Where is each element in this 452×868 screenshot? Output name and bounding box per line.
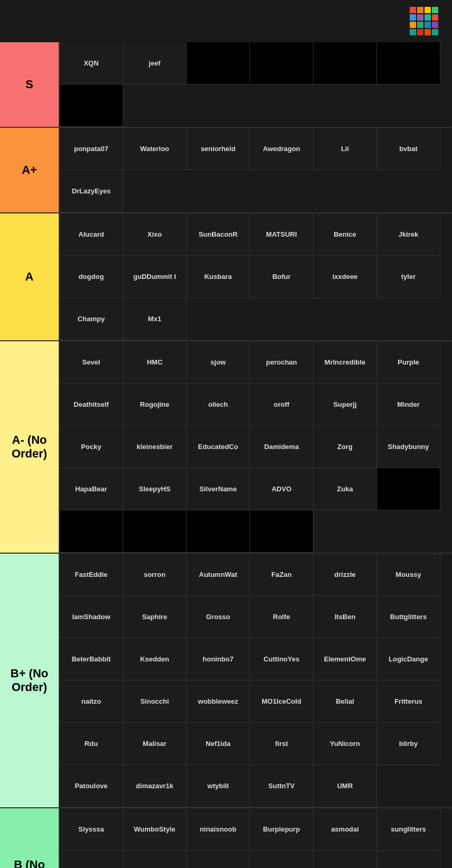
- tier-cell: EducatedCo: [187, 426, 250, 468]
- tier-cell: Minder: [377, 384, 440, 426]
- tier-content-B: SlysssaWumboStyleninaisnoobBurplepurpasm…: [60, 808, 452, 868]
- tier-cell: WumboStyle: [123, 808, 187, 851]
- tier-cell: oliech: [187, 384, 250, 426]
- tier-cell: UMR: [313, 765, 377, 807]
- tier-cell: Deathitself: [60, 384, 123, 426]
- tier-cell: bvbat: [377, 128, 440, 170]
- tier-content-A-: SevelHMCsjowperochanMrIncrediblePurpleDe…: [60, 341, 452, 553]
- tier-cell-empty: [313, 42, 377, 85]
- tier-cell: honinbo7: [187, 638, 250, 680]
- tier-cell: SilverName: [187, 468, 250, 510]
- tier-cell-empty: [60, 510, 123, 553]
- tier-content-B+: FastEddiesorronAutumnWatFaZandrizzleMous…: [60, 554, 452, 807]
- header: [0, 0, 452, 42]
- tier-cell: Grosso: [187, 596, 250, 638]
- tier-cell: Buttglitters: [377, 596, 440, 638]
- tier-cell: perochan: [250, 341, 313, 384]
- tier-cell: ninaisnoob: [187, 808, 250, 851]
- tier-cell: Moussy: [377, 554, 440, 596]
- tier-label-S: S: [0, 42, 60, 127]
- tier-label-A-: A- (No Order): [0, 341, 60, 553]
- tier-cell: sorron: [123, 554, 187, 596]
- tier-cell: LordOfBaro: [187, 851, 250, 868]
- tier-label-B: B (No Order): [0, 808, 60, 868]
- tier-cell: SuttnTV: [250, 765, 313, 807]
- tier-cell: drizzle: [313, 554, 377, 596]
- tier-cell: Bofur: [250, 256, 313, 298]
- tier-cell: Ksedden: [123, 638, 187, 680]
- tier-cell: Sinocchi: [123, 680, 187, 723]
- tier-cell: Champy: [60, 298, 123, 340]
- logo-area: [410, 7, 444, 35]
- tier-cell: Purple: [377, 341, 440, 384]
- tier-cell: guDDummit I: [123, 256, 187, 298]
- tier-cell: Fritterus: [377, 680, 440, 723]
- tier-cell: FastEddie: [60, 554, 123, 596]
- tier-cell: jeef: [123, 42, 187, 85]
- tier-cell-empty: [250, 42, 313, 85]
- tier-cell: sunglitters: [377, 808, 440, 851]
- tier-cell: Saphire: [123, 596, 187, 638]
- tier-label-A+: A+: [0, 128, 60, 212]
- tier-cell: ADVO: [250, 468, 313, 510]
- tier-cell-empty: [60, 85, 123, 127]
- tier-cell-empty: [123, 510, 187, 553]
- tier-cell-empty: [187, 42, 250, 85]
- tier-cell: HMC: [123, 341, 187, 384]
- tier-cell: XQN: [60, 42, 123, 85]
- tier-cell: Awedragon: [250, 128, 313, 170]
- tier-cell: ElementOme: [313, 638, 377, 680]
- tier-cell: Belial: [313, 680, 377, 723]
- tier-cell: seniorheld: [187, 128, 250, 170]
- tier-cell: wobbleweez: [187, 680, 250, 723]
- tier-cell: Zorg: [313, 426, 377, 468]
- tier-cell: first: [250, 723, 313, 765]
- tier-cell: Pocky: [60, 426, 123, 468]
- tier-label-A: A: [0, 213, 60, 340]
- tier-cell: Alucard: [60, 213, 123, 256]
- tier-cell: blirby: [377, 723, 440, 765]
- tier-row-s: SXQNjeef: [0, 42, 452, 128]
- tier-label-B+: B+ (No Order): [0, 554, 60, 807]
- tier-cell: Slysssa: [60, 808, 123, 851]
- tier-content-A: AlucardXixoSunBaconRMATSURIBeniceJkirekd…: [60, 213, 452, 340]
- tier-cell-empty: [377, 42, 440, 85]
- tier-cell: ItsBen: [313, 596, 377, 638]
- tier-cell: SunBaconR: [187, 213, 250, 256]
- tier-cell: YuNicorn: [313, 723, 377, 765]
- tier-content-S: XQNjeef: [60, 42, 452, 127]
- tier-cell: DrLazyEyes: [60, 170, 123, 212]
- tier-cell: wtybill: [187, 765, 250, 807]
- tier-cell: tyler: [377, 256, 440, 298]
- tier-row-b: B (No Order)SlysssaWumboStyleninaisnoobB…: [0, 808, 452, 868]
- tier-cell: Burplepurp: [250, 808, 313, 851]
- tier-cell: Benice: [313, 213, 377, 256]
- tier-cell: dogdog: [60, 256, 123, 298]
- tier-cell: Jkirek: [377, 213, 440, 256]
- tier-cell-empty: [250, 510, 313, 553]
- tier-cell: naitzo: [60, 680, 123, 723]
- tier-cell: MrIncredible: [313, 341, 377, 384]
- tier-cell: Terry Tsang: [250, 851, 313, 868]
- tier-cell: HapaBear: [60, 468, 123, 510]
- tier-cell: Lii: [313, 128, 377, 170]
- tier-cell: Nef1ida: [187, 723, 250, 765]
- tier-cell: Shwei: [377, 851, 440, 868]
- tier-cell: oroff: [250, 384, 313, 426]
- tier-cell: Rolfe: [250, 596, 313, 638]
- tier-row-a: A+ponpata07WaterlooseniorheldAwedragonLi…: [0, 128, 452, 213]
- tier-cell: Rdu: [60, 723, 123, 765]
- tier-cell: kleinesbier: [123, 426, 187, 468]
- tier-cell: sjow: [187, 341, 250, 384]
- tier-cell: ponpata07: [60, 128, 123, 170]
- tier-cell: Infinite_Way: [313, 851, 377, 868]
- tier-cell: Damidema: [250, 426, 313, 468]
- tiers-container: SXQNjeefA+ponpata07WaterlooseniorheldAwe…: [0, 42, 452, 868]
- tier-cell: Superjj: [313, 384, 377, 426]
- tier-cell: Xixo: [123, 213, 187, 256]
- tier-cell: Shadybunny: [377, 426, 440, 468]
- tier-cell: ixxdeee: [313, 256, 377, 298]
- tier-content-A+: ponpata07WaterlooseniorheldAwedragonLiib…: [60, 128, 452, 212]
- tier-cell: dimazavr1k: [123, 765, 187, 807]
- tier-cell: Kusbara: [187, 256, 250, 298]
